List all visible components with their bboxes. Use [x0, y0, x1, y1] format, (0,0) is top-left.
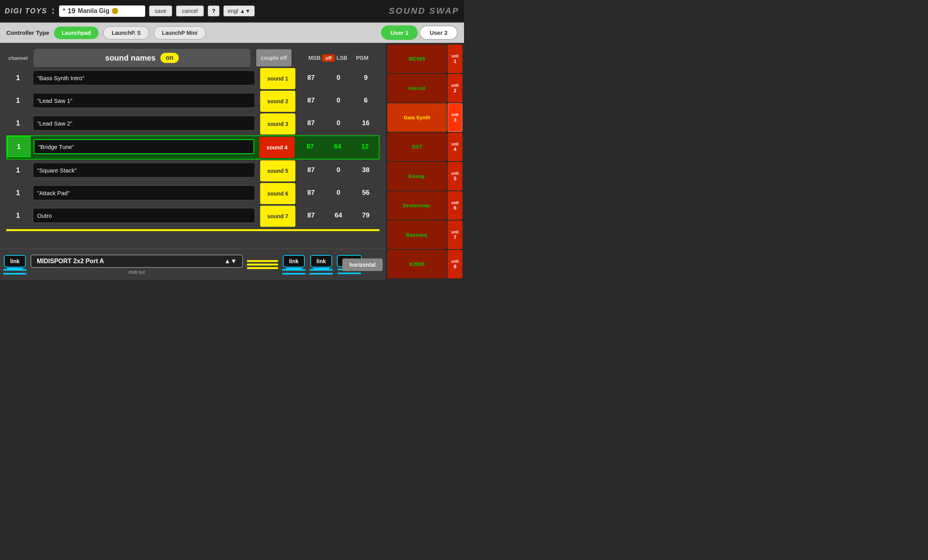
- pgm-label: PGM: [356, 55, 369, 61]
- sound-name-input[interactable]: [33, 208, 255, 223]
- unit-name-gaia[interactable]: Gaia Synth: [387, 103, 447, 132]
- unit-name-microx[interactable]: microX: [387, 74, 447, 102]
- language-selector[interactable]: engl ▲▼: [223, 5, 255, 16]
- unit-row: Ensnq. unit5: [387, 162, 462, 190]
- lsb-value: 64: [325, 205, 352, 226]
- msb-value: 87: [297, 67, 325, 88]
- link-btn-container-msb: link: [282, 255, 306, 275]
- sound-name-input[interactable]: [33, 93, 255, 108]
- sound-names-header: sound names on: [34, 49, 250, 67]
- ctrl-btn-launchp-mini[interactable]: LaunchP Mini: [154, 26, 206, 39]
- link-button-msb[interactable]: link: [283, 255, 305, 267]
- msb-value: 87: [297, 205, 325, 226]
- msb-value: 87: [297, 182, 325, 203]
- unit-row: DX7 unit4: [387, 133, 462, 161]
- link-underline-lsb: [309, 269, 333, 271]
- pgm-value: 79: [352, 205, 379, 226]
- on-badge[interactable]: on: [160, 53, 179, 63]
- table-row: 1 sound 5 87 0 38: [6, 160, 379, 182]
- table-row: 1 sound 1 87 0 9: [6, 67, 379, 90]
- unit-name-bassseq[interactable]: Bassseq.: [387, 221, 447, 249]
- unit-num-4[interactable]: unit4: [448, 133, 462, 161]
- sound-rows-container: 1 sound 1 87 0 9 1 sound 2: [0, 67, 386, 228]
- unit-num-5[interactable]: unit5: [448, 162, 462, 190]
- unit-row: MC505 unit1: [387, 45, 462, 73]
- sound-button[interactable]: sound 6: [260, 183, 295, 204]
- lsb-value: 0: [325, 182, 352, 203]
- language-label: engl: [228, 8, 238, 14]
- msb-value: 87: [297, 113, 325, 134]
- sound-name-input[interactable]: [34, 139, 254, 154]
- ctrl-btn-launchp-s[interactable]: LaunchP. S: [103, 26, 149, 39]
- left-panel: channel sound names on couple off MSB of…: [0, 43, 386, 280]
- unit-num-3[interactable]: unit3: [448, 103, 462, 132]
- unit-num-1[interactable]: unit1: [448, 45, 462, 73]
- couple-off-button[interactable]: couple off: [256, 49, 291, 66]
- lsb-value-active: 64: [324, 136, 351, 157]
- midi-port-selector[interactable]: MIDISPORT 2x2 Port A ▲▼: [31, 255, 243, 268]
- name-cell: [30, 113, 258, 134]
- name-cell: [31, 136, 257, 157]
- link-underline-left2: [3, 273, 27, 275]
- user1-button[interactable]: User 1: [381, 25, 418, 40]
- unit-num-7[interactable]: unit7: [448, 221, 462, 249]
- cancel-button[interactable]: cancel: [176, 5, 203, 16]
- unit-num-6[interactable]: unit6: [448, 191, 462, 220]
- controller-bar: Controller Type Launchpad LaunchP. S Lau…: [0, 23, 464, 43]
- name-cell: [30, 67, 258, 88]
- table-row: 1 sound 2 87 0 6: [6, 90, 379, 113]
- save-button[interactable]: save: [149, 5, 173, 16]
- unit-row: Drumcomp. unit6: [387, 191, 462, 220]
- link-underline-lsb2: [309, 273, 333, 275]
- midi-port-name: MIDISPORT 2x2 Port A: [37, 258, 104, 265]
- user2-button[interactable]: User 2: [419, 25, 458, 40]
- sound-name-input[interactable]: [33, 70, 255, 85]
- unit-num-8[interactable]: unit8: [448, 250, 462, 278]
- unit-name-k2500[interactable]: K2500: [387, 250, 447, 278]
- lsb-label: LSB: [336, 55, 347, 61]
- sound-button[interactable]: sound 5: [260, 160, 295, 181]
- sound-button[interactable]: sound 2: [260, 91, 295, 112]
- sound-name-input[interactable]: [33, 116, 255, 131]
- pgm-value: 38: [352, 160, 379, 181]
- unit-name-dx7[interactable]: DX7: [387, 133, 447, 161]
- preset-number: 19: [68, 7, 76, 15]
- ctrl-btn-launchpad[interactable]: Launchpad: [54, 27, 99, 39]
- channel-cell: 1: [6, 113, 30, 134]
- link-button-lsb[interactable]: link: [310, 255, 332, 267]
- midi-select-arrows-icon: ▲▼: [224, 258, 237, 265]
- soundswap-title: SOUND SWAP: [389, 6, 459, 16]
- sound-button-active[interactable]: sound 4: [259, 137, 295, 158]
- sound-name-input[interactable]: [33, 185, 255, 200]
- preset-star: *: [63, 7, 65, 14]
- link-underline-msb2: [282, 273, 306, 275]
- unit-name-ensnq[interactable]: Ensnq.: [387, 162, 447, 190]
- table-row-active: 1 sound 4 87 64 12: [6, 135, 379, 160]
- header: DIGI TOYS ▲▼ * 19 Manila Gig save cancel…: [0, 0, 464, 23]
- sound-button[interactable]: sound 3: [260, 113, 295, 135]
- link-button-left[interactable]: link: [4, 255, 26, 267]
- sound-name-input[interactable]: [33, 163, 255, 178]
- yellow-lines-center: [247, 260, 278, 269]
- lsb-value: 0: [325, 90, 352, 111]
- name-cell: [30, 160, 258, 181]
- link-btn-container-left: link: [3, 255, 27, 275]
- preset-name: Manila Gig: [78, 7, 110, 14]
- sound-button[interactable]: sound 7: [260, 206, 295, 227]
- msb-value: 87: [297, 90, 325, 111]
- pgm-value-active: 12: [351, 136, 379, 157]
- unit-num-2[interactable]: unit2: [448, 74, 462, 102]
- msb-label: MSB: [308, 55, 320, 61]
- main-area: channel sound names on couple off MSB of…: [0, 43, 464, 280]
- sound-button[interactable]: sound 1: [260, 68, 295, 89]
- unit-name-mc505[interactable]: MC505: [387, 45, 447, 73]
- lsb-value: 0: [325, 160, 352, 181]
- help-button[interactable]: ?: [208, 5, 220, 16]
- msb-value: 87: [297, 160, 325, 181]
- channel-cell: 1: [6, 160, 30, 181]
- channel-cell: 1: [6, 205, 30, 226]
- horizontal-button[interactable]: horizontal: [342, 258, 383, 271]
- right-panel: MC505 unit1 microX unit2 Gaia Synth unit…: [386, 43, 464, 280]
- unit-name-drumcomp[interactable]: Drumcomp.: [387, 191, 447, 220]
- preset-arrows[interactable]: ▲▼: [51, 7, 55, 15]
